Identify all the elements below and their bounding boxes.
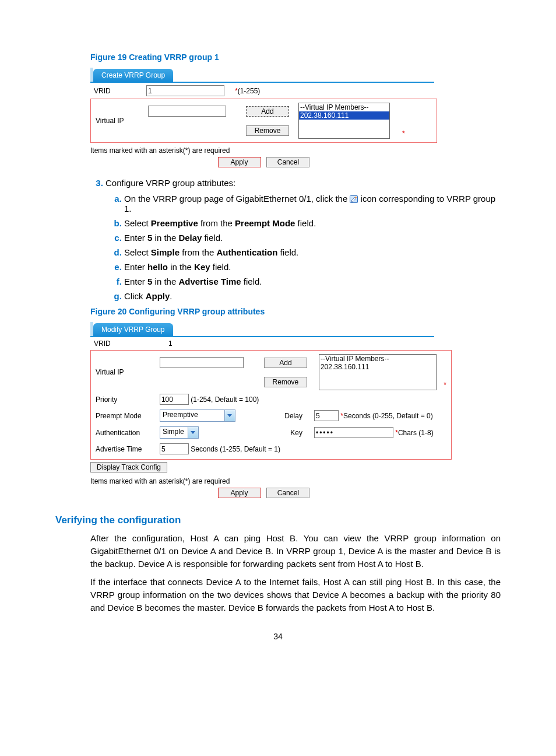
tabstrip: Create VRRP Group [90, 68, 434, 83]
create-vrrp-panel: Create VRRP Group VRID *(1-255) Virtual … [90, 68, 452, 143]
add-button[interactable]: Add [246, 106, 289, 117]
tab-create-vrrp[interactable]: Create VRRP Group [93, 69, 173, 82]
apply-button[interactable]: Apply [218, 488, 261, 498]
asterisk: * [402, 130, 405, 138]
vip-members-item[interactable]: 202.38.160.111 [319, 363, 436, 371]
step3-text: Configure VRRP group attributes: [105, 178, 235, 188]
apply-button[interactable]: Apply [218, 157, 261, 167]
priority-input[interactable] [160, 394, 189, 405]
display-track-button[interactable]: Display Track Config [90, 462, 167, 473]
vip-members-header: --Virtual IP Members-- [299, 103, 389, 111]
step-3e: Enter hello in the Key field. [124, 262, 501, 272]
figure20-caption: Figure 20 Configuring VRRP group attribu… [90, 307, 501, 316]
key-hint: Chars (1-8) [398, 429, 434, 437]
vrid-hint: (1-255) [238, 87, 261, 95]
chevron-down-icon [224, 410, 235, 421]
remove-button[interactable]: Remove [246, 125, 289, 136]
vip-members-list[interactable]: --Virtual IP Members-- 202.38.160.111 [298, 103, 390, 139]
remove-button[interactable]: Remove [264, 377, 307, 387]
vip-label: Virtual IP [92, 353, 156, 391]
step-3b: Select Preemptive from the Preempt Mode … [124, 218, 501, 228]
priority-label: Priority [92, 391, 156, 407]
step-3g: Click Apply. [124, 291, 501, 301]
key-label: Key [249, 424, 311, 441]
step-list: Configure VRRP group attributes: On the … [90, 178, 501, 301]
key-input[interactable] [314, 427, 393, 438]
add-button[interactable]: Add [264, 358, 307, 368]
vip-input[interactable] [148, 106, 226, 117]
vip-members-item[interactable]: 202.38.160.111 [299, 111, 389, 120]
step-3f: Enter 5 in the Advertise Time field. [124, 276, 501, 286]
adv-hint: Seconds (1-255, Default = 1) [191, 445, 280, 453]
page-number: 34 [55, 632, 501, 641]
vrid-input[interactable] [146, 85, 224, 96]
modify-vrrp-panel: Modify VRRP Group VRID 1 Virtual IP Add [90, 322, 452, 474]
vip-label: Virtual IP [92, 102, 145, 140]
delay-label: Delay [249, 407, 311, 424]
delay-hint: Seconds (0-255, Default = 0) [343, 412, 433, 420]
delay-input[interactable] [314, 410, 339, 421]
vrid-value: 1 [165, 337, 452, 350]
figure19-caption: Figure 19 Creating VRRP group 1 [90, 52, 501, 62]
create-vrrp-form: VRID *(1-255) Virtual IP Add [90, 83, 437, 143]
edit-icon [350, 195, 358, 202]
asterisk: * [444, 381, 446, 389]
verify-p1: After the configuration, Host A can ping… [90, 532, 501, 570]
adv-input[interactable] [160, 443, 189, 454]
chevron-down-icon [188, 427, 198, 438]
vrid-label: VRID [90, 83, 143, 99]
tab-modify-vrrp[interactable]: Modify VRRP Group [93, 323, 173, 336]
vip-members-header: --Virtual IP Members-- [319, 355, 436, 363]
auth-label: Authentication [92, 424, 156, 441]
adv-label: Advertise Time [92, 441, 156, 457]
required-footnote: Items marked with an asterisk(*) are req… [90, 477, 501, 485]
step-3c: Enter 5 in the Delay field. [124, 233, 501, 243]
step-3: Configure VRRP group attributes: On the … [105, 178, 501, 301]
vip-members-list[interactable]: --Virtual IP Members-- 202.38.160.111 [319, 354, 437, 390]
cancel-button[interactable]: Cancel [266, 157, 309, 167]
svg-point-1 [356, 197, 357, 198]
verify-heading: Verifying the configuration [55, 514, 501, 526]
preempt-label: Preempt Mode [92, 407, 156, 424]
cancel-button[interactable]: Cancel [266, 488, 309, 498]
vip-input[interactable] [160, 357, 244, 368]
required-footnote: Items marked with an asterisk(*) are req… [90, 146, 501, 155]
verify-p2: If the interface that connects Device A … [90, 576, 501, 614]
tabstrip: Modify VRRP Group [90, 322, 434, 337]
step-3d: Select Simple from the Authentication fi… [124, 247, 501, 257]
vrid-label: VRID [90, 337, 165, 350]
auth-dropdown[interactable]: Simple [160, 426, 199, 439]
preempt-dropdown[interactable]: Preemptive [160, 410, 235, 422]
step-3a: On the VRRP group page of GigabitEtherne… [124, 194, 501, 214]
priority-hint: (1-254, Default = 100) [191, 396, 259, 404]
